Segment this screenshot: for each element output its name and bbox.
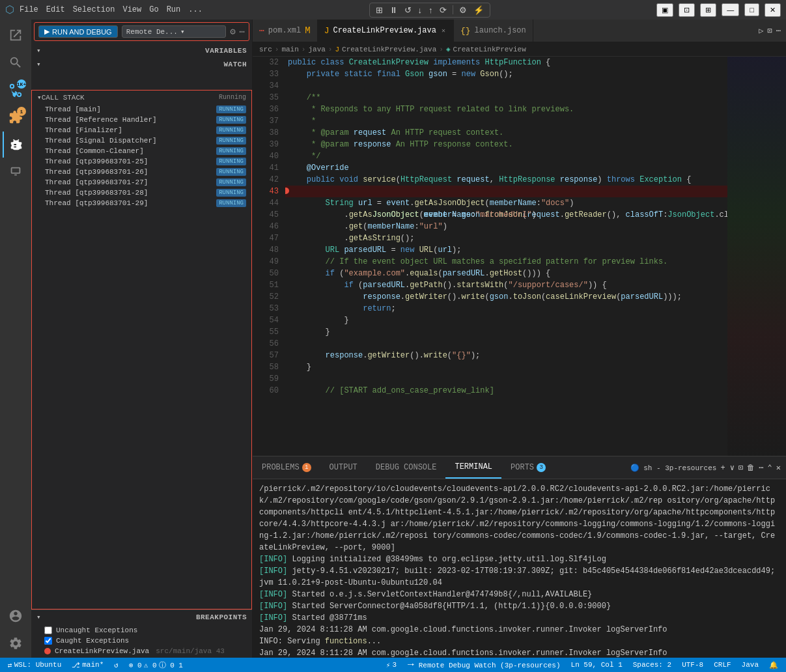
bc-src[interactable]: src xyxy=(259,46,272,53)
breakpoints-header[interactable]: ▾ BREAKPOINTS xyxy=(31,610,252,624)
bc-main[interactable]: main xyxy=(281,46,298,53)
window-panel-btn[interactable]: ⊞ xyxy=(700,3,716,17)
call-stack-thread[interactable]: Thread [Reference Handler]RUNNING xyxy=(32,115,251,125)
run-icon-tab[interactable]: ▷ xyxy=(759,26,763,36)
debug-step-into-btn[interactable]: ↓ xyxy=(416,5,425,16)
status-remote-debug[interactable]: ⭢ Remote Debug Watch (3p-resources) xyxy=(404,661,563,669)
debug-lightning-btn[interactable]: ⚡ xyxy=(471,5,486,16)
code-editor[interactable]: 3233343536373839404142434445464748495051… xyxy=(253,57,786,456)
variables-header[interactable]: ▾ VARIABLES xyxy=(31,44,252,57)
tab-java[interactable]: J CreateLinkPreview.java ✕ xyxy=(318,20,454,42)
menu-bar[interactable]: File Edit Selection View Go Run ... xyxy=(20,5,203,14)
tab-pom[interactable]: ⋯ pom.xml M xyxy=(253,20,318,42)
config-selector[interactable]: Remote De... ▾ xyxy=(122,25,226,38)
terminal-layout-icon[interactable]: ⊡ xyxy=(738,463,743,473)
config-arrow: ▾ xyxy=(180,27,185,36)
tab-output[interactable]: OUTPUT xyxy=(320,456,367,479)
debug-restart-btn[interactable]: ↺ xyxy=(402,5,414,16)
tab-terminal[interactable]: TERMINAL xyxy=(445,456,501,479)
activity-account[interactable] xyxy=(3,603,29,629)
code-content[interactable]: public class CreateLinkPreview implement… xyxy=(285,57,727,456)
status-cursor[interactable]: Ln 59, Col 1 xyxy=(568,661,625,669)
call-stack-thread[interactable]: Thread [qtp399683701-29]RUNNING xyxy=(32,198,251,208)
line-number: 34 xyxy=(253,80,279,92)
window-close-btn[interactable]: ✕ xyxy=(765,3,781,17)
eol-label: CRLF xyxy=(714,661,731,669)
line-number: 59 xyxy=(253,373,279,385)
call-stack-thread[interactable]: Thread [qtp399683701-27]RUNNING xyxy=(32,177,251,188)
status-sync[interactable]: ↺ xyxy=(111,661,121,669)
window-layout-btn[interactable]: ▣ xyxy=(656,3,673,17)
call-stack-thread[interactable]: Thread [Finalizer]RUNNING xyxy=(32,125,251,135)
call-stack-thread[interactable]: Thread [Signal Dispatcher]RUNNING xyxy=(32,135,251,146)
run-debug-bar: ▶ RUN AND DEBUG Remote De... ▾ ⚙ ⋯ xyxy=(34,22,249,41)
debug-step-out-btn[interactable]: ↑ xyxy=(427,5,435,16)
status-encoding[interactable]: UTF-8 xyxy=(679,661,706,669)
debug-gear-icon[interactable]: ⚙ xyxy=(230,26,235,37)
tab-json[interactable]: {} launch.json xyxy=(454,20,533,42)
menu-go[interactable]: Go xyxy=(149,5,158,14)
debug-more-icon[interactable]: ⋯ xyxy=(240,26,245,37)
thread-status: RUNNING xyxy=(216,168,246,176)
debug-layout-btn[interactable]: ⊞ xyxy=(374,5,385,16)
bc-class[interactable]: CreateLinkPreview xyxy=(453,46,526,53)
debug-pause-btn[interactable]: ⏸ xyxy=(387,5,400,16)
menu-edit[interactable]: Edit xyxy=(46,5,65,14)
activity-extensions[interactable]: 1 xyxy=(3,104,29,130)
terminal-maximize-icon[interactable]: ⌃ xyxy=(768,463,772,473)
terminal-more-icon[interactable]: ⋯ xyxy=(759,463,763,473)
debug-continue-btn[interactable]: ⟳ xyxy=(438,5,449,16)
menu-selection[interactable]: Selection xyxy=(73,5,115,14)
window-minimize-btn[interactable]: — xyxy=(722,3,739,16)
activity-explorer[interactable] xyxy=(3,22,29,48)
terminal-label: TERMINAL xyxy=(455,462,492,471)
status-language[interactable]: Java xyxy=(739,661,761,669)
status-branch[interactable]: ⎇ main* xyxy=(69,661,106,669)
bc-file[interactable]: CreateLinkPreview.java xyxy=(342,46,436,53)
call-stack-thread[interactable]: Thread [qtp399683701-25]RUNNING xyxy=(32,156,251,167)
window-maximize-btn[interactable]: □ xyxy=(744,3,759,16)
tab-problems[interactable]: PROBLEMS 1 xyxy=(253,456,320,479)
status-errors[interactable]: ⊗ 0 ⚠ 0 ⓘ 0 1 xyxy=(126,660,186,670)
call-stack-thread[interactable]: Thread [Common-Cleaner]RUNNING xyxy=(32,146,251,156)
activity-debug[interactable] xyxy=(3,132,29,158)
tab-debug-console[interactable]: DEBUG CONSOLE xyxy=(367,456,446,479)
status-eol[interactable]: CRLF xyxy=(711,661,733,669)
terminal-close-icon[interactable]: ✕ xyxy=(776,463,781,473)
status-spaces[interactable]: Spaces: 2 xyxy=(630,661,674,669)
tab-ports[interactable]: PORTS 3 xyxy=(501,456,555,479)
caught-checkbox[interactable] xyxy=(44,637,52,645)
status-notifications[interactable]: 🔔 xyxy=(766,661,781,669)
terminal-add-icon[interactable]: + ∨ xyxy=(720,463,735,473)
menu-view[interactable]: View xyxy=(122,5,141,14)
bc-java[interactable]: java xyxy=(308,46,325,53)
menu-run[interactable]: Run xyxy=(167,5,181,14)
status-remote[interactable]: ⇄ WSL: Ubuntu xyxy=(5,661,64,669)
code-line-33: private static final Gson gson = new Gso… xyxy=(285,68,727,80)
line-number: 60 xyxy=(253,385,279,397)
uncaught-checkbox[interactable] xyxy=(44,626,52,634)
menu-file[interactable]: File xyxy=(20,5,38,14)
run-debug-button[interactable]: ▶ RUN AND DEBUG xyxy=(38,25,118,38)
terminal-line-9: Jan 29, 2024 8:11:28 AM com.google.cloud… xyxy=(259,647,779,658)
more-actions-icon[interactable]: ⋯ xyxy=(776,26,781,36)
activity-remote[interactable] xyxy=(3,159,29,185)
status-lightning[interactable]: ⚡ 3 xyxy=(384,661,399,669)
tab-java-close[interactable]: ✕ xyxy=(440,26,447,35)
split-editor-icon[interactable]: ⊡ xyxy=(768,26,772,36)
watch-header[interactable]: ▾ WATCH xyxy=(31,57,252,71)
activity-search[interactable] xyxy=(3,49,29,76)
terminal-line-3: [INFO] jetty-9.4.51.v20230217; built: 20… xyxy=(259,565,779,589)
call-stack-thread[interactable]: Thread [qtp399683701-28]RUNNING xyxy=(32,188,251,198)
activity-source-control[interactable]: 1K+ xyxy=(3,77,29,103)
window-split-btn[interactable]: ⊡ xyxy=(679,3,695,17)
call-stack-header[interactable]: ▾ CALL STACK Running xyxy=(32,91,251,104)
menu-more[interactable]: ... xyxy=(188,5,203,14)
tab-json-label: launch.json xyxy=(475,26,526,35)
call-stack-thread[interactable]: Thread [qtp399683701-26]RUNNING xyxy=(32,167,251,177)
activity-settings[interactable] xyxy=(3,630,29,656)
debug-settings-btn[interactable]: ⚙ xyxy=(457,5,469,16)
terminal-trash-icon[interactable]: 🗑 xyxy=(747,463,755,473)
call-stack-thread[interactable]: Thread [main]RUNNING xyxy=(32,104,251,115)
code-line-35: /** xyxy=(285,92,727,104)
